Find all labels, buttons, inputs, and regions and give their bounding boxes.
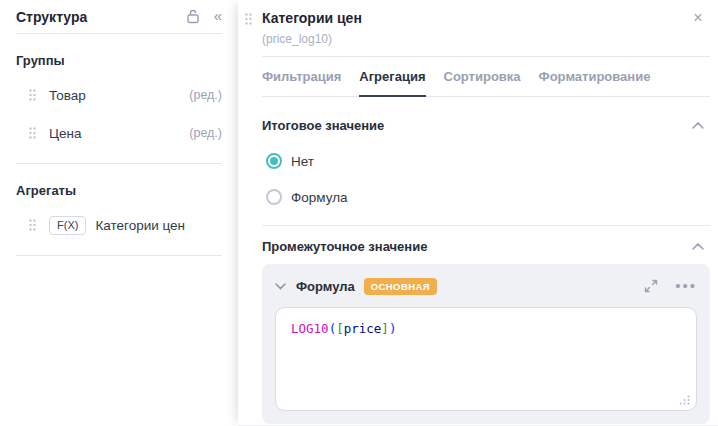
tab-aggregation[interactable]: Агрегация xyxy=(359,69,425,97)
code-token-paren: ) xyxy=(389,321,397,336)
total-option-none[interactable]: Нет xyxy=(262,153,710,169)
radio-selected[interactable] xyxy=(266,153,282,169)
code-token-bracket: ] xyxy=(381,321,389,336)
code-token-bracket: [ xyxy=(336,321,344,336)
chevron-up-icon[interactable] xyxy=(692,243,704,250)
aggregate-row-categories[interactable]: F(X) Категории цен xyxy=(16,214,222,236)
structure-sidebar: Структура « Группы Товар (ред.) xyxy=(0,0,238,426)
panel-subtitle: (price_log10) xyxy=(262,32,710,46)
group-row-tsena[interactable]: Цена (ред.) xyxy=(16,122,222,144)
code-token-field: price xyxy=(344,321,382,336)
sidebar-divider xyxy=(16,163,222,164)
panel-title: Категории цен xyxy=(262,0,710,26)
formula-card: Формула ОСНОВНАЯ ••• LOG10([price]) xyxy=(262,264,710,424)
code-token-function: LOG10 xyxy=(291,321,329,336)
radio-dot xyxy=(270,157,278,165)
group-edit-link[interactable]: (ред.) xyxy=(189,88,222,102)
aggregate-label: Категории цен xyxy=(95,218,185,233)
intermediate-value-heading: Промежуточное значение xyxy=(262,239,427,254)
group-row-tovar[interactable]: Товар (ред.) xyxy=(16,84,222,106)
group-label: Товар xyxy=(49,88,86,103)
tab-sorting[interactable]: Сортировка xyxy=(444,69,521,97)
more-options-icon[interactable]: ••• xyxy=(675,281,697,291)
group-label: Цена xyxy=(49,126,81,141)
drag-handle-icon[interactable] xyxy=(29,219,36,231)
formula-code-line: LOG10([price]) xyxy=(291,321,681,336)
close-icon[interactable]: × xyxy=(690,10,706,26)
formula-card-header: Формула ОСНОВНАЯ ••• xyxy=(275,273,697,299)
chevron-down-icon[interactable] xyxy=(275,283,286,290)
tab-filtration[interactable]: Фильтрация xyxy=(262,69,341,97)
section-divider xyxy=(262,225,710,226)
sidebar-divider xyxy=(16,255,222,256)
formula-title: Формула xyxy=(296,279,355,294)
total-value-section-header: Итоговое значение xyxy=(262,118,710,133)
intermediate-value-section-header: Промежуточное значение xyxy=(262,239,710,254)
formula-code-editor[interactable]: LOG10([price]) xyxy=(275,307,697,411)
sidebar-header: Структура « xyxy=(16,0,222,34)
drag-handle-icon[interactable] xyxy=(29,89,36,101)
total-option-formula[interactable]: Формула xyxy=(262,189,710,205)
lock-icon[interactable] xyxy=(186,9,200,24)
total-value-heading: Итоговое значение xyxy=(262,118,384,133)
aggregates-heading: Агрегаты xyxy=(16,183,222,198)
aggregate-settings-panel: Категории цен (price_log10) × Фильтрация… xyxy=(238,0,718,426)
expand-icon[interactable] xyxy=(644,279,658,293)
panel-drag-handle-icon[interactable] xyxy=(245,13,252,25)
radio-label: Формула xyxy=(291,190,348,205)
group-edit-link[interactable]: (ред.) xyxy=(189,126,222,140)
settings-tabs: Фильтрация Агрегация Сортировка Форматир… xyxy=(262,69,710,97)
collapse-sidebar-icon[interactable]: « xyxy=(214,8,222,25)
panel-header-divider xyxy=(262,56,710,57)
resize-grip-icon[interactable] xyxy=(680,395,690,405)
drag-handle-icon[interactable] xyxy=(29,127,36,139)
fx-badge: F(X) xyxy=(49,216,86,235)
groups-heading: Группы xyxy=(16,53,222,68)
radio-label: Нет xyxy=(291,154,314,169)
tab-formatting[interactable]: Форматирование xyxy=(539,69,651,97)
radio-unselected[interactable] xyxy=(266,189,282,205)
chevron-up-icon[interactable] xyxy=(692,122,704,129)
sidebar-title: Структура xyxy=(16,9,87,25)
main-badge: ОСНОВНАЯ xyxy=(364,278,437,295)
